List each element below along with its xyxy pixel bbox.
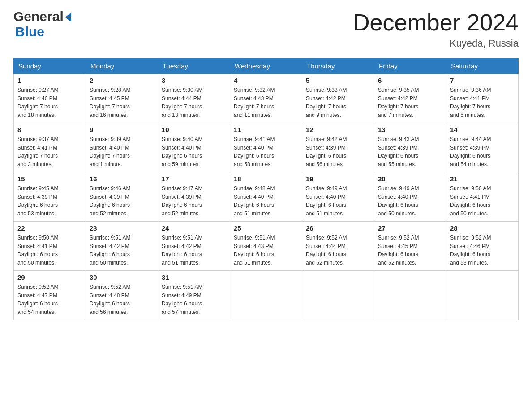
day-number: 22 [17, 224, 82, 232]
calendar-cell: 2 Sunrise: 9:28 AMSunset: 4:45 PMDayligh… [86, 74, 158, 123]
page-header: General Blue December 2024 Kuyeda, Russi… [13, 9, 519, 49]
calendar-week-row: 1 Sunrise: 9:27 AMSunset: 4:46 PMDayligh… [14, 74, 519, 123]
calendar-cell: 26 Sunrise: 9:52 AMSunset: 4:44 PMDaylig… [302, 222, 374, 271]
calendar-cell: 30 Sunrise: 9:52 AMSunset: 4:48 PMDaylig… [86, 271, 158, 320]
logo-general-text: General [13, 9, 64, 24]
calendar-cell: 3 Sunrise: 9:30 AMSunset: 4:44 PMDayligh… [158, 74, 230, 123]
calendar-subtitle: Kuyeda, Russia [353, 38, 519, 49]
day-number: 4 [234, 77, 298, 84]
day-info: Sunrise: 9:50 AMSunset: 4:41 PMDaylight:… [17, 234, 82, 267]
day-number: 15 [17, 175, 82, 183]
calendar-cell: 23 Sunrise: 9:51 AMSunset: 4:42 PMDaylig… [86, 222, 158, 271]
logo: General Blue [13, 9, 71, 39]
day-number: 18 [234, 175, 298, 183]
calendar-cell: 22 Sunrise: 9:50 AMSunset: 4:41 PMDaylig… [14, 222, 86, 271]
day-info: Sunrise: 9:35 AMSunset: 4:42 PMDaylight:… [378, 86, 442, 119]
calendar-cell: 24 Sunrise: 9:51 AMSunset: 4:42 PMDaylig… [158, 222, 230, 271]
day-info: Sunrise: 9:42 AMSunset: 4:39 PMDaylight:… [306, 135, 370, 168]
day-number: 27 [378, 224, 442, 232]
calendar-week-row: 22 Sunrise: 9:50 AMSunset: 4:41 PMDaylig… [14, 222, 519, 271]
calendar-cell: 5 Sunrise: 9:33 AMSunset: 4:42 PMDayligh… [302, 74, 374, 123]
weekday-header-thursday: Thursday [302, 59, 374, 74]
day-info: Sunrise: 9:28 AMSunset: 4:45 PMDaylight:… [90, 86, 154, 119]
day-info: Sunrise: 9:52 AMSunset: 4:45 PMDaylight:… [378, 234, 442, 267]
day-number: 25 [234, 224, 298, 232]
day-number: 16 [90, 175, 154, 183]
day-info: Sunrise: 9:27 AMSunset: 4:46 PMDaylight:… [17, 86, 82, 119]
logo-blue-text: Blue [15, 24, 44, 39]
calendar-cell: 8 Sunrise: 9:37 AMSunset: 4:41 PMDayligh… [14, 123, 86, 172]
calendar-week-row: 8 Sunrise: 9:37 AMSunset: 4:41 PMDayligh… [14, 123, 519, 172]
calendar-cell: 13 Sunrise: 9:43 AMSunset: 4:39 PMDaylig… [374, 123, 446, 172]
calendar-cell: 14 Sunrise: 9:44 AMSunset: 4:39 PMDaylig… [446, 123, 519, 172]
calendar-cell: 12 Sunrise: 9:42 AMSunset: 4:39 PMDaylig… [302, 123, 374, 172]
day-info: Sunrise: 9:52 AMSunset: 4:46 PMDaylight:… [450, 234, 515, 267]
day-number: 24 [162, 224, 226, 232]
day-number: 7 [450, 77, 515, 84]
calendar-cell [302, 271, 374, 320]
weekday-header-saturday: Saturday [446, 59, 519, 74]
calendar-cell: 4 Sunrise: 9:32 AMSunset: 4:43 PMDayligh… [230, 74, 302, 123]
calendar-cell: 27 Sunrise: 9:52 AMSunset: 4:45 PMDaylig… [374, 222, 446, 271]
calendar-cell: 10 Sunrise: 9:40 AMSunset: 4:40 PMDaylig… [158, 123, 230, 172]
day-info: Sunrise: 9:41 AMSunset: 4:40 PMDaylight:… [234, 135, 298, 168]
day-info: Sunrise: 9:46 AMSunset: 4:39 PMDaylight:… [90, 184, 154, 218]
calendar-cell: 11 Sunrise: 9:41 AMSunset: 4:40 PMDaylig… [230, 123, 302, 172]
day-info: Sunrise: 9:50 AMSunset: 4:41 PMDaylight:… [450, 184, 515, 218]
day-number: 23 [90, 224, 154, 232]
weekday-header-wednesday: Wednesday [230, 59, 302, 74]
day-number: 3 [162, 77, 226, 84]
day-number: 28 [450, 224, 515, 232]
day-number: 5 [306, 77, 370, 84]
day-info: Sunrise: 9:52 AMSunset: 4:44 PMDaylight:… [306, 234, 370, 267]
day-info: Sunrise: 9:30 AMSunset: 4:44 PMDaylight:… [162, 86, 226, 119]
day-info: Sunrise: 9:51 AMSunset: 4:42 PMDaylight:… [90, 234, 154, 267]
calendar-cell: 29 Sunrise: 9:52 AMSunset: 4:47 PMDaylig… [14, 271, 86, 320]
title-section: December 2024 Kuyeda, Russia [353, 9, 519, 49]
day-number: 2 [90, 77, 154, 84]
day-number: 26 [306, 224, 370, 232]
logo-arrow-icon [65, 13, 71, 22]
day-number: 12 [306, 126, 370, 133]
day-info: Sunrise: 9:52 AMSunset: 4:48 PMDaylight:… [90, 283, 154, 316]
day-info: Sunrise: 9:45 AMSunset: 4:39 PMDaylight:… [17, 184, 82, 218]
day-info: Sunrise: 9:52 AMSunset: 4:47 PMDaylight:… [17, 283, 82, 316]
calendar-cell: 18 Sunrise: 9:48 AMSunset: 4:40 PMDaylig… [230, 172, 302, 222]
day-number: 20 [378, 175, 442, 183]
day-number: 14 [450, 126, 515, 133]
day-info: Sunrise: 9:49 AMSunset: 4:40 PMDaylight:… [306, 184, 370, 218]
day-info: Sunrise: 9:32 AMSunset: 4:43 PMDaylight:… [234, 86, 298, 119]
day-number: 31 [162, 274, 226, 281]
calendar-table: SundayMondayTuesdayWednesdayThursdayFrid… [13, 58, 519, 320]
day-number: 6 [378, 77, 442, 84]
calendar-cell: 28 Sunrise: 9:52 AMSunset: 4:46 PMDaylig… [446, 222, 519, 271]
calendar-cell: 19 Sunrise: 9:49 AMSunset: 4:40 PMDaylig… [302, 172, 374, 222]
day-number: 13 [378, 126, 442, 133]
day-number: 29 [17, 274, 82, 281]
day-number: 30 [90, 274, 154, 281]
calendar-cell: 31 Sunrise: 9:51 AMSunset: 4:49 PMDaylig… [158, 271, 230, 320]
calendar-cell: 17 Sunrise: 9:47 AMSunset: 4:39 PMDaylig… [158, 172, 230, 222]
weekday-header-tuesday: Tuesday [158, 59, 230, 74]
weekday-header-friday: Friday [374, 59, 446, 74]
day-info: Sunrise: 9:37 AMSunset: 4:41 PMDaylight:… [17, 135, 82, 168]
day-number: 8 [17, 126, 82, 133]
calendar-cell: 15 Sunrise: 9:45 AMSunset: 4:39 PMDaylig… [14, 172, 86, 222]
calendar-cell: 25 Sunrise: 9:51 AMSunset: 4:43 PMDaylig… [230, 222, 302, 271]
calendar-cell: 9 Sunrise: 9:39 AMSunset: 4:40 PMDayligh… [86, 123, 158, 172]
day-info: Sunrise: 9:51 AMSunset: 4:43 PMDaylight:… [234, 234, 298, 267]
day-info: Sunrise: 9:36 AMSunset: 4:41 PMDaylight:… [450, 86, 515, 119]
day-number: 19 [306, 175, 370, 183]
day-number: 9 [90, 126, 154, 133]
weekday-header-row: SundayMondayTuesdayWednesdayThursdayFrid… [14, 59, 519, 74]
calendar-cell: 1 Sunrise: 9:27 AMSunset: 4:46 PMDayligh… [14, 74, 86, 123]
day-info: Sunrise: 9:33 AMSunset: 4:42 PMDaylight:… [306, 86, 370, 119]
calendar-week-row: 29 Sunrise: 9:52 AMSunset: 4:47 PMDaylig… [14, 271, 519, 320]
day-info: Sunrise: 9:39 AMSunset: 4:40 PMDaylight:… [90, 135, 154, 168]
day-info: Sunrise: 9:44 AMSunset: 4:39 PMDaylight:… [450, 135, 515, 168]
day-number: 11 [234, 126, 298, 133]
calendar-cell: 16 Sunrise: 9:46 AMSunset: 4:39 PMDaylig… [86, 172, 158, 222]
day-info: Sunrise: 9:51 AMSunset: 4:42 PMDaylight:… [162, 234, 226, 267]
day-number: 21 [450, 175, 515, 183]
calendar-week-row: 15 Sunrise: 9:45 AMSunset: 4:39 PMDaylig… [14, 172, 519, 222]
